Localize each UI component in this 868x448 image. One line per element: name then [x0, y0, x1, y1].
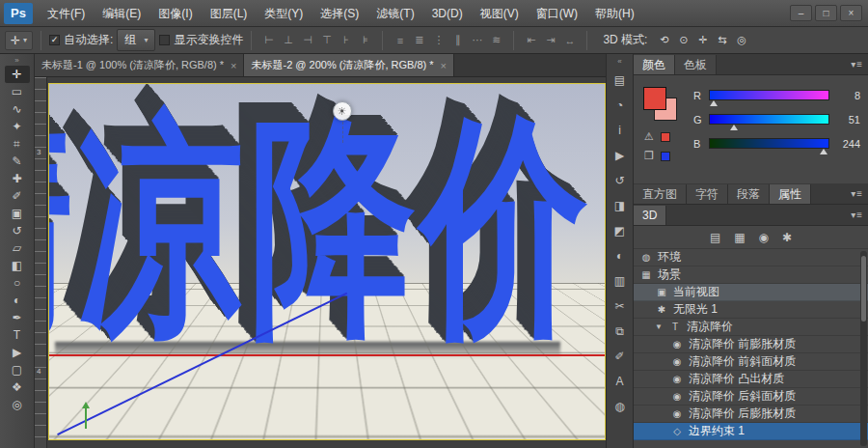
panel-histogram-icon[interactable]: ▤ [610, 70, 631, 90]
menu-item[interactable]: 类型(Y) [256, 0, 312, 27]
roll-3d-camera-icon[interactable]: ⊙ [674, 31, 692, 49]
auto-align-layers-icon[interactable]: ↔ [560, 31, 579, 49]
zoom-tool[interactable]: ◎ [5, 396, 30, 413]
distribute-vertical-centers-icon[interactable]: ≣ [410, 31, 428, 49]
panel-adjustments-icon[interactable]: ◩ [610, 221, 631, 240]
tree-item[interactable]: ◇边界约束 1 [634, 423, 868, 440]
web-color-cube-icon[interactable]: ❒ [644, 151, 654, 161]
eyedropper-tool[interactable]: ✎ [5, 153, 30, 170]
menu-item[interactable]: 文件(F) [39, 0, 94, 27]
eraser-tool[interactable]: ▱ [5, 239, 30, 257]
gamut-color-chip[interactable] [661, 132, 670, 142]
zoom-3d-camera-icon[interactable]: ◎ [732, 31, 750, 49]
orbit-3d-camera-icon[interactable]: ⟲ [655, 31, 673, 49]
gradient-tool[interactable]: ◧ [5, 257, 30, 274]
quick-selection-tool[interactable]: ✦ [5, 118, 30, 135]
menu-item[interactable]: 3D(D) [423, 0, 472, 27]
menu-item[interactable]: 滤镜(T) [367, 0, 422, 27]
lasso-tool[interactable]: ∿ [5, 100, 30, 118]
rectangular-marquee-tool[interactable]: ▭ [5, 83, 30, 100]
distribute-left-edges-icon[interactable]: ∥ [448, 31, 467, 49]
panel-info-icon[interactable]: i [610, 121, 631, 140]
distribute-bottom-edges-icon[interactable]: ⋮ [429, 31, 448, 49]
dodge-tool[interactable]: ◐ [5, 292, 30, 309]
tool-preset-picker[interactable]: ✛ ▾ [5, 31, 33, 50]
filter-meshes-icon[interactable]: ▦ [734, 232, 745, 243]
panel-paths-icon[interactable]: ✂ [610, 296, 631, 316]
distribute-horizontal-centers-icon[interactable]: ⋯ [468, 31, 486, 49]
document-tab[interactable]: 未标题-1 @ 100% (清凉降价, RGB/8) *× [35, 54, 244, 76]
panel-clone-source-icon[interactable]: ⧉ [610, 322, 631, 341]
window-restore-button[interactable]: □ [815, 5, 837, 21]
slider-handle-icon[interactable] [730, 125, 738, 130]
panel-brush-icon[interactable]: ✐ [610, 347, 631, 366]
window-close-button[interactable]: × [840, 5, 862, 21]
align-vertical-centers-icon[interactable]: ⊦ [337, 31, 355, 49]
channel-slider[interactable] [709, 90, 829, 100]
tree-item[interactable]: ◍环境 [634, 249, 868, 266]
menu-item[interactable]: 选择(S) [312, 0, 367, 27]
distribute-top-edges-icon[interactable]: ≡ [391, 31, 409, 49]
collapse-tools-button[interactable]: » [14, 55, 18, 66]
panel-menu-icon[interactable]: ▾≡ [851, 210, 863, 220]
auto-select-checkbox[interactable]: ✓ 自动选择: [49, 32, 113, 48]
crop-tool[interactable]: ⌗ [5, 135, 30, 153]
align-left-edges-icon[interactable]: ⊢ [259, 31, 278, 49]
menu-item[interactable]: 编辑(E) [94, 0, 149, 27]
distribute-right-edges-icon[interactable]: ≋ [487, 31, 505, 49]
path-selection-tool[interactable]: ▶ [5, 344, 30, 361]
gamut-warning-icon[interactable]: ⚠ [644, 131, 654, 142]
spot-healing-brush-tool[interactable]: ✚ [5, 170, 30, 187]
tree-item[interactable]: ◉清凉降价 前膨胀材质 [634, 336, 868, 353]
filter-lights-icon[interactable]: ✱ [782, 232, 792, 243]
slider-handle-icon[interactable] [710, 100, 718, 106]
web-color-chip[interactable] [661, 152, 670, 161]
tree-item[interactable]: ◉清凉降价 后膨胀材质 [634, 406, 868, 423]
color-panel-tab[interactable]: 颜色 [634, 55, 675, 74]
pan-3d-camera-icon[interactable]: ✛ [693, 31, 712, 49]
tab-3d[interactable]: 3D [634, 206, 666, 225]
pen-tool[interactable]: ✒ [5, 309, 30, 326]
distribute-horizontal-spacing-icon[interactable]: ⇤ [522, 31, 540, 49]
align-top-edges-icon[interactable]: ⊤ [317, 31, 336, 49]
menu-item[interactable]: 图像(I) [149, 0, 201, 27]
expand-panels-button[interactable]: « [617, 56, 621, 68]
align-bottom-edges-icon[interactable]: ⊧ [356, 31, 374, 49]
3d-extruded-text[interactable]: 清凉降价 [48, 109, 593, 345]
align-horizontal-centers-icon[interactable]: ⊥ [279, 31, 297, 49]
panel-tab-段落[interactable]: 段落 [728, 184, 770, 204]
history-brush-tool[interactable]: ↺ [5, 222, 30, 239]
panel-tab-属性[interactable]: 属性 [770, 184, 811, 204]
panel-styles-icon[interactable]: ◨ [610, 196, 631, 215]
brush-tool[interactable]: ✐ [5, 187, 30, 205]
auto-select-target-dropdown[interactable]: 组 ▾ [117, 29, 155, 51]
tree-scrollbar[interactable] [860, 251, 867, 446]
tree-item[interactable]: ▼T清凉降价 [634, 319, 868, 336]
menu-item[interactable]: 图层(L) [202, 0, 257, 27]
filter-whole-scene-icon[interactable]: ▤ [710, 232, 720, 243]
close-icon[interactable]: × [441, 60, 447, 71]
panel-masks-icon[interactable]: ◐ [610, 246, 631, 266]
panel-layers-icon[interactable]: ◍ [610, 397, 631, 416]
panel-history-icon[interactable]: ↺ [610, 171, 631, 190]
channel-slider[interactable] [709, 114, 829, 125]
close-icon[interactable]: × [231, 60, 236, 71]
panel-actions-icon[interactable]: ▶ [610, 146, 631, 165]
document-tab[interactable]: 未标题-2 @ 200% (清凉降价, RGB/8) *× [244, 54, 453, 76]
tree-item[interactable]: ◉清凉降价 凸出材质 [634, 371, 868, 388]
filter-materials-icon[interactable]: ◉ [759, 232, 769, 243]
distribute-vertical-spacing-icon[interactable]: ⇥ [541, 31, 559, 49]
window-minimize-button[interactable]: – [790, 5, 812, 21]
foreground-color-swatch[interactable] [643, 87, 666, 110]
align-right-edges-icon[interactable]: ⊣ [298, 31, 316, 49]
slide-3d-camera-icon[interactable]: ⇆ [713, 31, 731, 49]
scrollbar-thumb[interactable] [861, 256, 866, 322]
rectangle-shape-tool[interactable]: ▢ [5, 361, 30, 378]
vertical-ruler[interactable]: 34 [35, 77, 47, 448]
panel-character-icon[interactable]: A [610, 372, 631, 391]
tree-item[interactable]: ▦场景 [634, 266, 868, 284]
panel-menu-icon[interactable]: ▾≡ [851, 59, 863, 70]
3d-axis-green[interactable] [85, 405, 87, 429]
clone-stamp-tool[interactable]: ▣ [5, 205, 30, 222]
tree-item[interactable]: ✱无限光 1 [634, 301, 868, 319]
